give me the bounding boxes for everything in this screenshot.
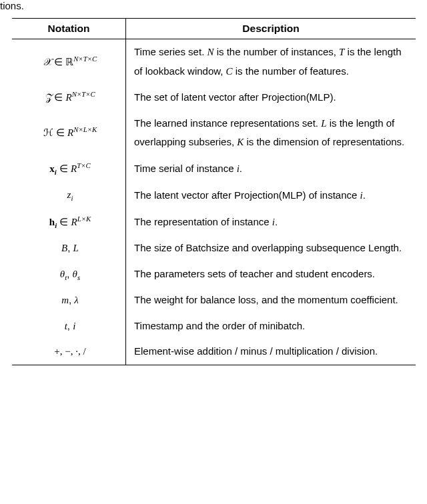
notation-cell: zi bbox=[12, 182, 126, 209]
table-row: ℋ ∈ RN×L×KThe learned instance represent… bbox=[12, 111, 416, 155]
table-row: +, −, ·, /Element-wise addition / minus … bbox=[12, 339, 416, 365]
description-cell: Element-wise addition / minus / multipli… bbox=[126, 339, 416, 365]
table-row: B, LThe size of Batchsize and overlappin… bbox=[12, 235, 416, 261]
notation-cell: θt, θs bbox=[12, 261, 126, 288]
table-body: 𝒳 ∈ ℝN×T×CTime series set. N is the numb… bbox=[12, 39, 416, 365]
notation-cell: xi ∈ RT×C bbox=[12, 155, 126, 183]
notation-cell: hi ∈ RL×K bbox=[12, 209, 126, 236]
table-row: ziThe latent vector after Projection(MLP… bbox=[12, 182, 416, 209]
description-cell: Timestamp and the order of minibatch. bbox=[126, 313, 416, 339]
table-row: t, iTimestamp and the order of minibatch… bbox=[12, 313, 416, 339]
notation-cell: 𝒳 ∈ ℝN×T×C bbox=[12, 39, 126, 85]
notation-cell: B, L bbox=[12, 235, 126, 261]
description-cell: The set of latent vector after Projectio… bbox=[126, 84, 416, 111]
description-cell: The parameters sets of teacher and stude… bbox=[126, 261, 416, 288]
notation-cell: 𝒵 ∈ RN×T×C bbox=[12, 84, 126, 111]
table-row: θt, θsThe parameters sets of teacher and… bbox=[12, 261, 416, 288]
notation-cell: ℋ ∈ RN×L×K bbox=[12, 111, 126, 155]
table-row: xi ∈ RT×CTime serial of instance i. bbox=[12, 155, 416, 183]
notation-cell: m, λ bbox=[12, 287, 126, 313]
description-cell: Time serial of instance i. bbox=[126, 155, 416, 183]
description-cell: The size of Batchsize and overlapping su… bbox=[126, 235, 416, 261]
table-row: 𝒵 ∈ RN×T×CThe set of latent vector after… bbox=[12, 84, 416, 111]
description-cell: The representation of instance i. bbox=[126, 209, 416, 236]
description-cell: The weight for balance loss, and the mom… bbox=[126, 287, 416, 313]
notation-cell: t, i bbox=[12, 313, 126, 339]
header-notation: Notation bbox=[12, 19, 126, 39]
header-description: Description bbox=[126, 19, 416, 39]
table-row: m, λThe weight for balance loss, and the… bbox=[12, 287, 416, 313]
caption-fragment: tions. bbox=[0, 0, 427, 18]
notation-cell: +, −, ·, / bbox=[12, 339, 126, 365]
table-header-row: Notation Description bbox=[12, 19, 416, 39]
description-cell: The latent vector after Projection(MLP) … bbox=[126, 182, 416, 209]
table-row: hi ∈ RL×KThe representation of instance … bbox=[12, 209, 416, 236]
table-row: 𝒳 ∈ ℝN×T×CTime series set. N is the numb… bbox=[12, 39, 416, 85]
description-cell: The learned instance representations set… bbox=[126, 111, 416, 155]
description-cell: Time series set. N is the number of inst… bbox=[126, 39, 416, 85]
notation-table: Notation Description 𝒳 ∈ ℝN×T×CTime seri… bbox=[12, 18, 416, 365]
